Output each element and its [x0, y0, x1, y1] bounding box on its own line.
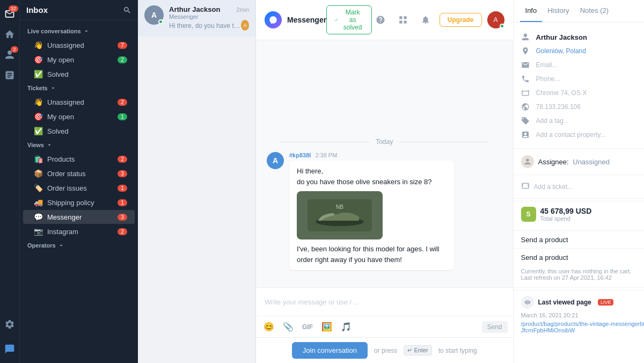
help-icon[interactable] [372, 11, 389, 28]
search-icon[interactable] [123, 6, 131, 14]
cart-info: Currently, this user has nothing in the … [514, 266, 644, 285]
sidebar-item-order-issues[interactable]: 🏷️ Order issues 1 [23, 181, 135, 195]
shopify-icon: S [521, 207, 536, 222]
sidebar-item-my-open-tickets[interactable]: 🎯 My open 1 [23, 110, 135, 124]
send-product-button-2[interactable]: Send a product › [514, 248, 644, 266]
divider-1 [514, 148, 644, 149]
audio-icon[interactable]: 🎵 [339, 320, 354, 334]
image-icon[interactable]: 🖼️ [319, 320, 334, 334]
inbox-badge: 32 [9, 5, 18, 12]
assignee-section: Assignee: Unassigned [514, 151, 644, 172]
tickets-section[interactable]: Tickets [20, 82, 138, 95]
contact-name: Arthur Jackson [169, 5, 220, 13]
send-button[interactable]: Send [482, 321, 508, 333]
header-actions: Upgrade A [372, 11, 504, 28]
contact-browser-row: Chrome 74, OS X [521, 86, 644, 100]
contacts-badge: 2 [11, 46, 18, 53]
sidebar-item-unassigned-live[interactable]: 👋 Unassigned 7 [23, 38, 135, 52]
sidebar-header: Inbox [20, 0, 138, 20]
chat-header-left: Messenger [265, 11, 326, 28]
shopify-amount: 45 678,99 USD [540, 207, 592, 215]
chat-header: Messenger Mark as solved Upgrade A [256, 0, 513, 40]
last-viewed-icon [521, 296, 534, 309]
ticket-section: Add a ticket... [514, 177, 644, 196]
location-icon [521, 47, 532, 55]
inbox-icon[interactable]: 32 [0, 4, 19, 24]
reports-icon[interactable] [0, 66, 19, 85]
chat-input-box: Write your message or use / ... [256, 288, 513, 316]
svg-text:NB: NB [336, 204, 343, 210]
phone-icon [521, 75, 532, 83]
notification-icon[interactable] [417, 11, 434, 28]
chat-icon[interactable] [0, 339, 19, 359]
person-icon [521, 33, 532, 41]
home-icon[interactable] [0, 25, 19, 44]
ip-icon [521, 103, 532, 111]
agent-avatar: A [241, 20, 249, 31]
add-ticket[interactable]: Add a ticket... [534, 183, 573, 191]
sidebar-item-my-open-live[interactable]: 🎯 My open 2 [23, 53, 135, 67]
last-viewed-section: Last viewed page LIVE March 16, 2021 20:… [514, 290, 644, 341]
upgrade-button[interactable]: Upgrade [440, 13, 482, 27]
contacts-icon[interactable]: 2 [0, 45, 19, 64]
contact-add-tag[interactable]: Add a tag... [536, 117, 569, 125]
sidebar-item-shipping-policy[interactable]: 🚚 Shipping policy 1 [23, 195, 135, 209]
user-online-dot [500, 24, 504, 28]
tab-info[interactable]: Info [520, 0, 543, 22]
gif-icon[interactable]: GIF [300, 321, 315, 333]
views-section[interactable]: Views [20, 139, 138, 151]
send-product-button-1[interactable]: Send a product › [514, 230, 644, 248]
icon-bar: 32 2 [0, 0, 20, 363]
sidebar-item-order-status[interactable]: 📦 Order status 3 [23, 166, 135, 180]
sidebar-item-products[interactable]: 🛍️ Products 2 [23, 152, 135, 166]
assignee-icon [521, 155, 534, 168]
conv-channel: Messenger [169, 13, 249, 20]
join-conversation-bar: Join conversation or press ↵ Enter to st… [256, 337, 513, 363]
contact-section: Arthur Jackson Goleniów, Poland Email...… [514, 23, 644, 146]
divider-4 [514, 287, 644, 288]
contact-phone[interactable]: Phone... [536, 75, 560, 83]
sidebar-item-solved-tickets[interactable]: ✅ Solved [23, 124, 135, 138]
conv-preview: Hi there, do you have those olive... [169, 22, 241, 30]
sidebar-item-solved-live[interactable]: ✅ Solved [23, 67, 135, 81]
conversation-item[interactable]: A Arthur Jackson 2min Messenger Hi there… [138, 0, 255, 37]
message-content: #kp838l 2:38 PM Hi there, do you have th… [289, 152, 454, 270]
message-item: A #kp838l 2:38 PM Hi there, do you have … [267, 152, 502, 270]
last-viewed-date: March 16, 2021 20:21 [521, 312, 644, 318]
messenger-icon [265, 11, 282, 28]
message-bubble: Hi there, do you have those olive sneake… [289, 161, 454, 270]
mark-as-solved-button[interactable]: Mark as solved [326, 5, 372, 34]
operators-section[interactable]: Operators [20, 239, 138, 252]
conv-time: 2min [236, 6, 249, 13]
conversation-list: A Arthur Jackson 2min Messenger Hi there… [138, 0, 256, 363]
sidebar-item-unassigned-tickets[interactable]: 👋 Unassigned 2 [23, 95, 135, 109]
last-viewed-url[interactable]: /product/bag/products/the-vintage-messen… [521, 318, 644, 336]
assignee-label: Assignee: Unassigned [538, 158, 643, 166]
sidebar-item-messenger[interactable]: 💬 Messenger 3 [23, 210, 135, 224]
join-conversation-button[interactable]: Join conversation [292, 342, 368, 359]
settings-icon[interactable] [0, 315, 19, 334]
live-conversations-section[interactable]: Live conversations [20, 25, 138, 38]
last-viewed-title: Last viewed page [538, 299, 591, 306]
emoji-icon[interactable]: 😊 [261, 320, 276, 334]
conv-info: Arthur Jackson 2min Messenger Hi there, … [169, 5, 249, 31]
right-tabs: Info History Notes (2) [514, 0, 644, 23]
property-icon [521, 130, 532, 139]
grid-icon[interactable] [394, 11, 412, 28]
contact-name-row: Arthur Jackson [521, 30, 644, 44]
sidebar-item-instagram[interactable]: 📷 Instagram 2 [23, 224, 135, 238]
tab-notes[interactable]: Notes (2) [575, 0, 614, 22]
chat-title: Messenger [287, 16, 326, 24]
contact-add-property[interactable]: Add a contact property... [536, 131, 606, 139]
tab-history[interactable]: History [542, 0, 574, 22]
divider-2 [514, 175, 644, 175]
chat-area: Messenger Mark as solved Upgrade A [256, 0, 513, 363]
contact-email-row: Email... [521, 58, 644, 72]
live-badge: LIVE [598, 299, 614, 306]
last-viewed-header: Last viewed page LIVE [521, 296, 644, 309]
user-avatar[interactable]: A [487, 11, 504, 28]
contact-email[interactable]: Email... [536, 61, 558, 69]
ticket-icon [521, 182, 530, 192]
shopify-section: S 45 678,99 USD Total spend [514, 201, 644, 230]
attachment-icon[interactable]: 📎 [281, 320, 296, 334]
